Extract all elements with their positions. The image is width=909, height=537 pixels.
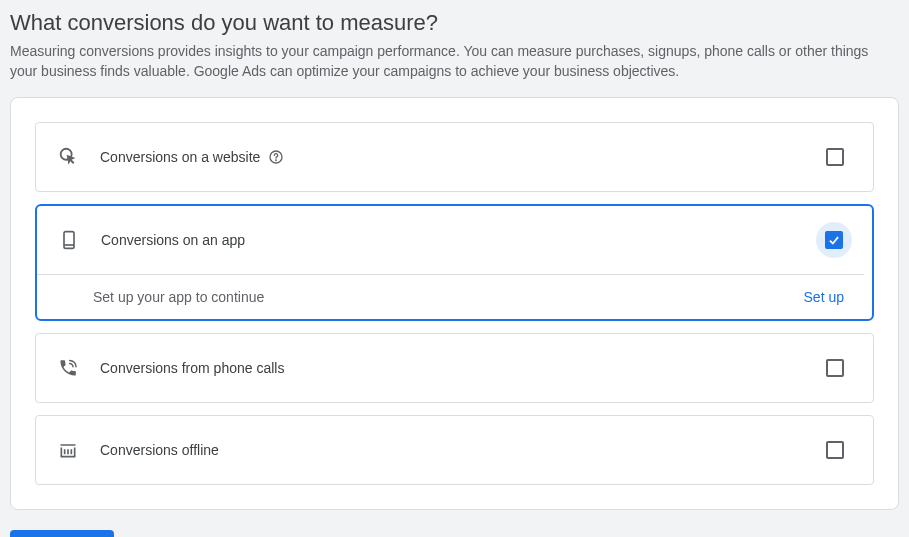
- option-app[interactable]: Conversions on an app Set up your app to…: [35, 204, 874, 321]
- option-label: Conversions on an app: [101, 232, 816, 248]
- option-offline[interactable]: Conversions offline: [35, 415, 874, 485]
- page-subtitle: Measuring conversions provides insights …: [10, 42, 880, 81]
- option-website[interactable]: Conversions on a website: [35, 122, 874, 192]
- continue-button[interactable]: Continue: [10, 530, 114, 537]
- option-label: Conversions offline: [100, 442, 817, 458]
- page-title: What conversions do you want to measure?: [10, 10, 899, 36]
- option-label: Conversions on a website: [100, 149, 817, 165]
- option-phone[interactable]: Conversions from phone calls: [35, 333, 874, 403]
- setup-link[interactable]: Set up: [804, 289, 844, 305]
- option-label: Conversions from phone calls: [100, 360, 817, 376]
- cursor-click-icon: [56, 145, 80, 169]
- options-card: Conversions on a website Conversions on …: [10, 97, 899, 510]
- checkbox[interactable]: [826, 441, 844, 459]
- option-body-text: Set up your app to continue: [93, 289, 264, 305]
- help-icon[interactable]: [268, 149, 284, 165]
- phone-icon: [56, 356, 80, 380]
- store-icon: [56, 438, 80, 462]
- svg-point-2: [276, 160, 277, 161]
- smartphone-icon: [57, 228, 81, 252]
- checkbox-checked[interactable]: [825, 231, 843, 249]
- actions-row: Continue Cancel: [10, 530, 899, 537]
- checkbox[interactable]: [826, 148, 844, 166]
- checkbox[interactable]: [826, 359, 844, 377]
